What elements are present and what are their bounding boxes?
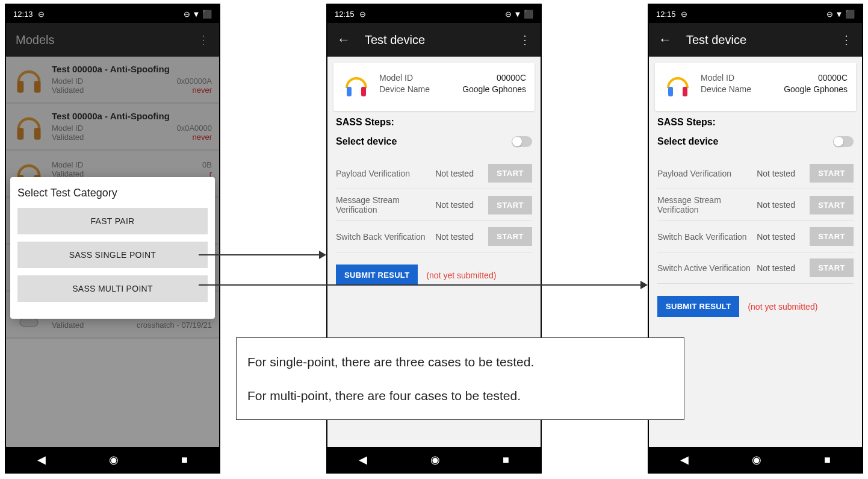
svg-rect-13 [347,87,352,96]
nav-recent-icon[interactable]: ■ [503,454,509,466]
nav-home-icon[interactable]: ◉ [430,453,440,466]
select-device-toggle[interactable] [512,136,532,147]
test-row: Message Stream VerificationNot testedSTA… [336,189,532,221]
start-button[interactable]: START [810,227,854,246]
model-id-label: Model ID [701,73,734,83]
option-fast-pair[interactable]: FAST PAIR [17,208,208,234]
submit-result-button[interactable]: SUBMIT RESULT [657,296,739,317]
test-status: Not tested [435,232,483,242]
start-button[interactable]: START [488,164,532,183]
app-bar: Models ⋮ [6,23,219,57]
test-name: Payload Verification [336,169,430,178]
content: Test 00000a - Anti-SpoofingModel ID0x000… [6,57,219,447]
status-bar: 12:15 ⊖ ⊖ ▼ ⬛ [327,5,541,23]
svg-rect-14 [361,87,366,96]
submit-status: (not yet submitted) [426,271,496,280]
test-name: Message Stream Verification [657,195,752,214]
nav-home-icon[interactable]: ◉ [109,453,119,466]
nav-home-icon[interactable]: ◉ [752,453,761,466]
status-icon: ⊖ [38,10,45,19]
device-name-label: Device Name [701,84,751,94]
nav-bar: ◀ ◉ ■ [6,447,219,472]
status-icons: ⊖ ▼ ⬛ [184,10,212,19]
status-bar: 12:13 ⊖ ⊖ ▼ ⬛ [6,5,219,23]
status-time: 12:13 [13,10,33,19]
phone-models: 12:13 ⊖ ⊖ ▼ ⬛ Models ⋮ Test 00000a - Ant… [5,4,220,474]
test-name: Message Stream Verification [336,195,430,214]
device-name-value: Google Gphones [784,84,848,94]
more-icon[interactable]: ⋮ [197,33,209,47]
status-bar: 12:15 ⊖ ⊖ ▼ ⬛ [649,5,862,23]
test-row: Payload VerificationNot testedSTART [336,158,532,189]
nav-recent-icon[interactable]: ■ [824,454,831,466]
status-time: 12:15 [656,10,676,19]
device-card: Model ID00000C Device NameGoogle Gphones [655,63,856,111]
submit-status: (not yet submitted) [748,302,817,312]
nav-back-icon[interactable]: ◀ [359,453,367,466]
app-bar: ← Test device ⋮ [327,23,541,57]
nav-bar: ◀ ◉ ■ [649,447,862,472]
app-bar: ← Test device ⋮ [649,23,862,57]
test-status: Not tested [757,169,805,178]
start-button[interactable]: START [488,196,532,214]
device-card: Model ID00000C Device NameGoogle Gphones [333,63,535,111]
status-icons: ⊖ ▼ ⬛ [505,10,533,19]
status-icon: ⊖ [681,10,687,19]
device-name-value: Google Gphones [462,84,526,94]
appbar-title: Models [16,33,197,47]
caption-line-1: For single-point, there are three cases … [247,352,673,372]
start-button[interactable]: START [810,258,854,277]
select-device-label: Select device [657,136,718,147]
test-row: Switch Back VerificationNot testedSTART [657,221,854,252]
test-row: Message Stream VerificationNot testedSTA… [657,189,854,221]
nav-recent-icon[interactable]: ■ [181,454,188,466]
more-icon[interactable]: ⋮ [840,33,852,47]
status-time: 12:15 [335,10,355,19]
appbar-title: Test device [686,33,840,47]
status-icon: ⊖ [359,10,366,19]
arrow-single-point [199,252,326,258]
test-status: Not tested [757,263,805,273]
sass-steps-title: SASS Steps: [657,117,854,128]
test-name: Switch Active Verification [657,263,752,273]
model-id-label: Model ID [379,73,413,83]
test-name: Payload Verification [657,169,752,178]
back-icon[interactable]: ← [659,32,672,48]
headphones-icon [342,71,371,102]
select-device-label: Select device [336,136,397,147]
back-icon[interactable]: ← [337,32,350,48]
more-icon[interactable]: ⋮ [519,33,531,47]
test-row: Payload VerificationNot testedSTART [657,158,854,189]
svg-rect-16 [683,87,687,96]
start-button[interactable]: START [810,164,854,183]
start-button[interactable]: START [488,227,532,246]
nav-back-icon[interactable]: ◀ [37,453,46,466]
test-name: Switch Back Verification [657,232,752,242]
test-name: Switch Back Verification [336,232,430,242]
select-device-toggle[interactable] [833,136,854,147]
status-icons: ⊖ ▼ ⬛ [826,10,855,19]
nav-bar: ◀ ◉ ■ [327,447,541,472]
headphones-icon [663,71,692,102]
appbar-title: Test device [365,33,519,47]
option-sass-multi[interactable]: SASS MULTI POINT [17,275,208,302]
test-status: Not tested [435,169,483,178]
device-name-label: Device Name [379,84,430,94]
model-id-value: 00000C [497,73,526,83]
test-status: Not tested [757,200,805,210]
nav-back-icon[interactable]: ◀ [680,453,689,466]
model-id-value: 00000C [818,73,848,83]
test-row: Switch Back VerificationNot testedSTART [336,221,532,252]
arrow-multi-point [199,282,648,288]
dialog-title: Select Test Category [17,187,208,199]
option-sass-single[interactable]: SASS SINGLE POINT [17,242,208,268]
start-button[interactable]: START [810,196,854,214]
test-status: Not tested [435,200,483,210]
sass-steps-title: SASS Steps: [336,117,532,128]
test-row: Switch Active VerificationNot testedSTAR… [657,252,854,284]
test-status: Not tested [757,232,805,242]
svg-rect-15 [668,87,673,96]
caption-line-2: For multi-point, there are four cases to… [247,386,673,405]
select-test-dialog: Select Test Category FAST PAIR SASS SING… [10,177,215,319]
caption-box: For single-point, there are three cases … [236,337,684,420]
